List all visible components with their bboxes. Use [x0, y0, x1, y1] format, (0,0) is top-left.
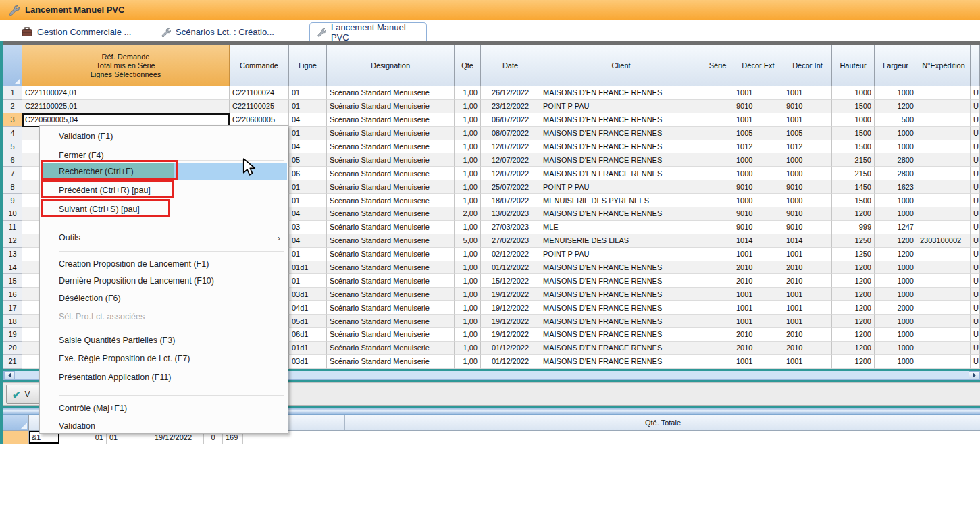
cell-designation[interactable]: Scénario Standard Menuiserie	[327, 328, 455, 342]
cell-largeur[interactable]: 1000	[875, 194, 917, 207]
cell-decor_ext[interactable]: 9010	[733, 100, 783, 113]
cell-hauteur[interactable]: 1200	[832, 261, 875, 275]
cell-date[interactable]: 19/12/2022	[481, 288, 540, 301]
cell-decor_ext[interactable]: 9010	[733, 221, 783, 234]
cell-qte[interactable]: 5,00	[455, 234, 481, 248]
cell-date[interactable]: 19/12/2022	[481, 301, 540, 315]
menu-item-validation[interactable]: Validation	[41, 417, 287, 435]
cell-n_expedition[interactable]	[917, 274, 971, 288]
cell-n_expedition[interactable]	[917, 113, 971, 127]
cell-edge[interactable]: U	[971, 248, 980, 261]
cell-n_expedition[interactable]	[917, 167, 971, 180]
row-number-cell[interactable]: 17	[3, 301, 22, 315]
cell-largeur[interactable]: 1200	[875, 100, 917, 113]
menu-item-derni-re-proposition-de-lancement-f10[interactable]: Dernière Proposition de Lancement (F10)	[41, 272, 287, 290]
cell-decor_int[interactable]: 1005	[783, 127, 832, 140]
cell-client[interactable]: POINT P PAU	[540, 248, 702, 261]
cell-client[interactable]: MAISONS D'EN FRANCE RENNES	[540, 86, 702, 100]
column-header-ref-demande[interactable]: Réf. DemandeTotal mis en SérieLignes Sél…	[22, 45, 230, 86]
cell-edge[interactable]: U	[971, 328, 980, 342]
cell-ligne[interactable]: 01d1	[289, 342, 327, 355]
cell-date[interactable]: 12/07/2022	[481, 140, 540, 154]
cell-decor_int[interactable]: 9010	[783, 221, 832, 234]
cell-client[interactable]: MAISONS D'EN FRANCE RENNES	[540, 301, 702, 315]
cell-largeur[interactable]: 1000	[875, 288, 917, 301]
cell-qte[interactable]: 1,00	[455, 194, 481, 207]
table-corner-cell[interactable]	[3, 45, 22, 86]
cell-decor_int[interactable]: 1014	[783, 234, 832, 248]
column-header-n_expedition[interactable]: N°Expédition	[917, 45, 971, 86]
cell-client[interactable]: MAISONS D'EN FRANCE RENNES	[540, 315, 702, 328]
cell-client[interactable]: MAISONS D'EN FRANCE RENNES	[540, 261, 702, 275]
cell-largeur[interactable]: 2800	[875, 167, 917, 180]
cell-n_expedition[interactable]	[917, 180, 971, 194]
cell-hauteur[interactable]: 1200	[832, 355, 875, 369]
cell-decor_ext[interactable]: 2010	[733, 342, 783, 355]
cell-client[interactable]: MAISONS D'EN FRANCE RENNES	[540, 355, 702, 369]
column-header-serie[interactable]: Série	[702, 45, 733, 86]
cell-designation[interactable]: Scénario Standard Menuiserie	[327, 167, 455, 180]
cell-hauteur[interactable]: 1200	[832, 301, 875, 315]
cell-hauteur[interactable]: 1000	[832, 113, 875, 127]
cell-date[interactable]: 27/03/2023	[481, 221, 540, 234]
cell-ligne[interactable]: 06d1	[289, 328, 327, 342]
cell-edge[interactable]: U	[971, 167, 980, 180]
column-header-date[interactable]: Date	[481, 45, 540, 86]
cell-ligne[interactable]: 03d1	[289, 355, 327, 369]
menu-item-pr-sentation-application-f11[interactable]: Présentation Application (F11)	[41, 369, 287, 386]
cell-edge[interactable]: U	[971, 274, 980, 288]
cell-largeur[interactable]: 1000	[875, 207, 917, 221]
cell-decor_ext[interactable]: 1001	[733, 301, 783, 315]
cell-ligne[interactable]: 06	[289, 167, 327, 180]
cell-designation[interactable]: Scénario Standard Menuiserie	[327, 113, 455, 127]
cell-qte[interactable]: 1,00	[455, 113, 481, 127]
scroll-left-button[interactable]	[4, 371, 15, 379]
row-number-cell[interactable]: 15	[3, 274, 22, 288]
tab-gestion-commerciale[interactable]: Gestion Commerciale ...	[15, 22, 138, 41]
cell-n_expedition[interactable]	[917, 153, 971, 167]
scroll-right-button[interactable]	[969, 371, 979, 379]
cell-decor_ext[interactable]: 1012	[733, 140, 783, 154]
cell-largeur[interactable]: 1200	[875, 234, 917, 248]
cell-decor_int[interactable]: 2010	[783, 328, 832, 342]
cell-qte[interactable]: 1,00	[455, 301, 481, 315]
summary-corner-cell[interactable]	[3, 415, 29, 430]
cell-serie[interactable]	[702, 113, 733, 127]
cell-hauteur[interactable]: 1200	[832, 288, 875, 301]
cell-edge[interactable]: U	[971, 261, 980, 275]
cell-date[interactable]: 12/07/2022	[481, 167, 540, 180]
cell-ligne[interactable]: 04	[289, 113, 327, 127]
cell-date[interactable]: 26/12/2022	[481, 86, 540, 100]
cell-hauteur[interactable]: 2150	[832, 167, 875, 180]
cell-date[interactable]: 15/12/2022	[481, 274, 540, 288]
cell-ligne[interactable]: 03	[289, 221, 327, 234]
cell-serie[interactable]	[702, 153, 733, 167]
cell-decor_ext[interactable]: 1000	[733, 167, 783, 180]
cell-decor_ext[interactable]: 1000	[733, 194, 783, 207]
cell-largeur[interactable]: 500	[875, 113, 917, 127]
column-header-edge[interactable]	[971, 45, 980, 86]
cell-client[interactable]: POINT P PAU	[540, 100, 702, 113]
cell-largeur[interactable]: 1000	[875, 315, 917, 328]
cell-date[interactable]: 27/02/2023	[481, 234, 540, 248]
cell-decor_int[interactable]: 2010	[783, 274, 832, 288]
cell-decor_ext[interactable]: 1001	[733, 86, 783, 100]
cell-edge[interactable]: U	[971, 180, 980, 194]
cell-edge[interactable]: U	[971, 127, 980, 140]
cell-hauteur[interactable]: 1500	[832, 140, 875, 154]
cell-decor_ext[interactable]: 1001	[733, 355, 783, 369]
menu-item-outils[interactable]: Outils›	[41, 229, 287, 246]
cell-decor_ext[interactable]: 1001	[733, 248, 783, 261]
menu-item-saisie-quantit-s-partielles-f3[interactable]: Saisie Quantités Partielles (F3)	[41, 331, 287, 349]
cell-serie[interactable]	[702, 86, 733, 100]
cell-ligne[interactable]: 01	[289, 100, 327, 113]
cell-n_expedition[interactable]	[917, 328, 971, 342]
cell-edge[interactable]: U	[971, 194, 980, 207]
cell-date[interactable]: 12/07/2022	[481, 153, 540, 167]
cell-edge[interactable]: U	[971, 288, 980, 301]
cell-designation[interactable]: Scénario Standard Menuiserie	[327, 221, 455, 234]
cell-serie[interactable]	[702, 355, 733, 369]
cell-decor_int[interactable]: 9010	[783, 207, 832, 221]
cell-designation[interactable]: Scénario Standard Menuiserie	[327, 100, 455, 113]
cell-qte[interactable]: 1,00	[455, 221, 481, 234]
